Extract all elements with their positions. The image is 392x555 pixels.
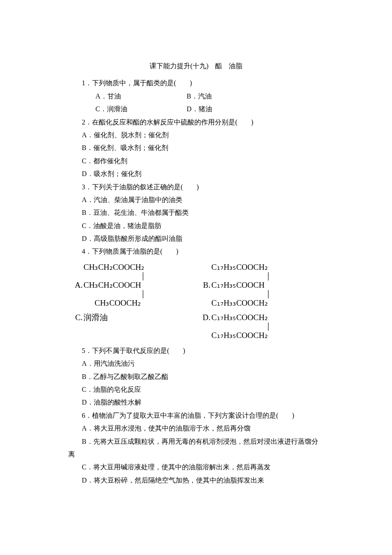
q5-stem: 5．下列不属于取代反应的是( )	[68, 344, 324, 357]
document-page: 课下能力提升(十九) 酯 油脂 1．下列物质中，属于酯类的是( ) A．甘油 B…	[0, 0, 392, 555]
q4-b-line3: C₁₇H₃₃COOCH₂	[211, 298, 268, 309]
q2-option-a: A．催化剂、脱水剂；催化剂	[68, 129, 324, 142]
q3-option-c: C．油酸是油，猪油是脂肪	[68, 220, 324, 232]
q2-option-d: D．吸水剂；催化剂	[68, 168, 324, 180]
q5-option-b: B．乙醇与乙酸制取乙酸乙酯	[68, 370, 324, 383]
q3-stem: 3．下列关于油脂的叙述正确的是( )	[68, 181, 324, 194]
q1-stem: 1．下列物质中，属于酯类的是( )	[68, 77, 324, 90]
q1-option-b: B．汽油	[173, 90, 212, 103]
q2-option-b: B．催化剂、吸水剂；催化剂	[68, 142, 324, 154]
q4-b-line2: C₁₇H₃₅COOCH	[211, 280, 265, 291]
q4-option-c: C.润滑油	[68, 312, 108, 323]
q2-option-c: C．都作催化剂	[68, 155, 324, 168]
q4-left-column: CH₃CH₂COOCH₂ │ A.CH₃CH₂COOCH │ CH₃COOCH₂…	[68, 262, 196, 341]
bond-bar-icon: │	[84, 291, 145, 298]
q4-a-line2: CH₃CH₂COOCH	[84, 280, 141, 291]
q2-stem: 2．在酯化反应和酯的水解反应中硫酸的作用分别是( )	[68, 116, 324, 129]
q6-option-c: C．将大豆用碱溶液处理，使其中的油脂溶解出来，然后再蒸发	[68, 461, 324, 474]
q4-c-text: 润滑油	[84, 312, 108, 323]
q4-b-line1: C₁₇H₃₅COOCH₂	[211, 262, 268, 273]
q6-option-a: A．将大豆用水浸泡，使其中的油脂溶于水，然后再分馏	[68, 422, 324, 435]
q4-a-line1: CH₃CH₂COOCH₂	[84, 262, 144, 273]
q4-a-prefix: A.	[68, 280, 83, 291]
q5-option-c: C．油脂的皂化反应	[68, 383, 324, 396]
q3-option-b: B．豆油、花生油、牛油都属于酯类	[68, 206, 324, 219]
q4-d-prefix: D.	[196, 312, 210, 323]
q4-a-line3: CH₃COOCH₂	[84, 298, 141, 309]
q3-option-d: D．高级脂肪酸所形成的酯叫油脂	[68, 232, 324, 245]
q4-option-a: CH₃CH₂COOCH₂ │ A.CH₃CH₂COOCH │ CH₃COOCH₂	[68, 262, 145, 309]
bond-bar-icon: │	[211, 291, 271, 298]
q4-d-line2: C₁₇H₃₅COOCH₂	[211, 330, 268, 341]
q1-options-row1: A．甘油 B．汽油	[68, 90, 324, 103]
q4-b-prefix: B.	[196, 280, 210, 291]
q3-option-a: A．汽油、柴油属于油脂中的油类	[68, 194, 324, 206]
q4-c-prefix: C.	[68, 312, 83, 323]
q6-option-b: B．先将大豆压成颗粒状，再用无毒的有机溶剂浸泡，然后对浸出液进行蒸馏分离	[68, 435, 324, 461]
q6-stem: 6．植物油厂为了提取大豆中丰富的油脂，下列方案设计合理的是( )	[68, 409, 324, 422]
q4-right-column: C₁₇H₃₅COOCH₂ │ B.C₁₇H₃₅COOCH │ C₁₇H₃₃COO…	[196, 262, 324, 341]
q6-option-d: D．将大豆粉碎，然后隔绝空气加热，使其中的油脂挥发出来	[68, 474, 324, 487]
bond-bar-icon: │	[84, 273, 145, 280]
q4-d-line1: C₁₇H₃₅COOCH₂	[211, 312, 268, 323]
q4-option-b: C₁₇H₃₅COOCH₂ │ B.C₁₇H₃₅COOCH │ C₁₇H₃₃COO…	[196, 262, 271, 309]
q5-option-d: D．油脂的酸性水解	[68, 396, 324, 409]
q1-option-d: D．猪油	[173, 103, 212, 116]
bond-bar-icon: │	[211, 273, 271, 280]
q1-options-row2: C．润滑油 D．猪油	[68, 103, 324, 116]
q4-structures: CH₃CH₂COOCH₂ │ A.CH₃CH₂COOCH │ CH₃COOCH₂…	[68, 262, 324, 341]
bond-bar-icon: │	[211, 323, 271, 330]
q4-stem: 4．下列物质属于油脂的是( )	[68, 245, 324, 258]
q1-option-a: A．甘油	[82, 90, 171, 103]
q1-option-c: C．润滑油	[82, 103, 171, 116]
q4-option-d: D.C₁₇H₃₅COOCH₂ │ C₁₇H₃₅COOCH₂	[196, 312, 271, 341]
page-title: 课下能力提升(十九) 酯 油脂	[68, 60, 324, 72]
q5-option-a: A．用汽油洗油污	[68, 357, 324, 370]
